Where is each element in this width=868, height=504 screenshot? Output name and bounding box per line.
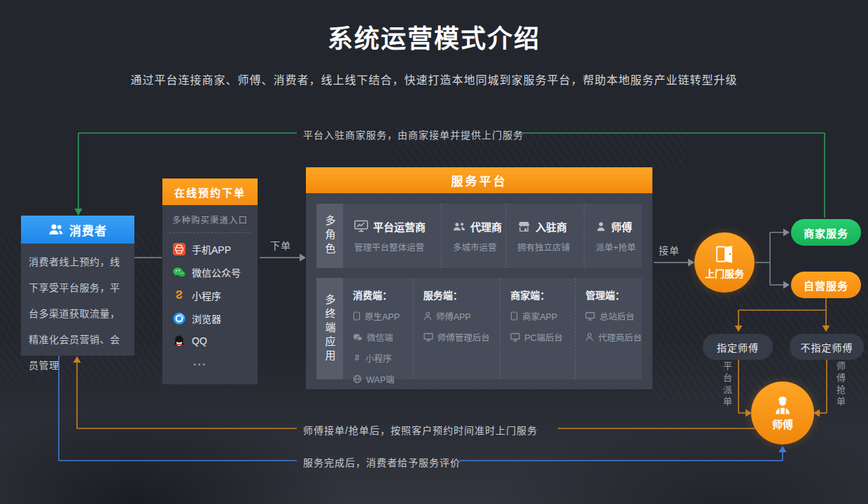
platform-dispatch-label: 平台派单: [720, 361, 734, 409]
role-desc: 派单+抢单: [596, 240, 642, 253]
monitor-chart-icon: [354, 220, 368, 232]
consumers-icon: [48, 223, 64, 236]
merchant-loop-label: 平台入驻商家服务，由商家接单并提供上门服务: [303, 127, 524, 141]
monitor-icon: [510, 332, 520, 342]
monitor-icon: [424, 332, 433, 342]
page-title: 系统运营模式介绍: [0, 18, 868, 55]
master-label: 师傅: [772, 416, 793, 431]
role-name: 平台运营商: [373, 219, 426, 234]
consumer-card-description: 消费者线上预约，线下享受平台服务，平台多渠道获取流量，精准化会员营销、会员管理: [21, 244, 134, 379]
role-desc: 多城市运营: [453, 240, 505, 253]
self-service-pill: 自营服务: [791, 272, 861, 298]
channel-item: 微信公众号: [173, 265, 258, 279]
terminal-item-label: PC端后台: [524, 330, 563, 344]
globe-icon: [353, 374, 362, 384]
terminals-panel: 多终端应用 消费端： 原生APP 微信端 小程序: [316, 278, 642, 379]
terminal-item: 师傅APP: [424, 309, 500, 323]
terminal-group: 消费端： 原生APP 微信端 小程序: [343, 278, 413, 379]
channel-item: QQ: [173, 335, 258, 347]
qq-icon: [173, 335, 186, 347]
dashed-divider: [169, 232, 251, 233]
terminal-item: 总站后台: [585, 309, 642, 323]
assign-master-pill: 指定师傅: [703, 334, 773, 360]
channel-item: 手机APP: [173, 242, 258, 256]
gray-arrowhead: [300, 254, 306, 262]
person-icon: [585, 332, 594, 342]
roles-panel: 多角色 平台运营商 管理平台整体运营: [316, 204, 642, 268]
terminal-item: WAP端: [353, 372, 413, 386]
miniprogram-gray-icon: [353, 354, 361, 363]
terminal-item: PC端后台: [510, 330, 575, 344]
terminal-item: 小程序: [353, 351, 413, 365]
terminal-item: 微信端: [353, 330, 413, 344]
channel-label: 小程序: [192, 288, 221, 302]
background-shadow: [0, 406, 350, 504]
platform-card: 服务平台 多角色 平台运营商 管理平台整体运营: [306, 167, 652, 389]
no-assign-master-pill: 不指定师傅: [790, 334, 864, 360]
terminal-item-label: WAP端: [366, 372, 395, 386]
terminal-group: 商家端： 商家APP PC端后台: [500, 278, 575, 379]
booking-card: 在线预约下单 多种购买渠道入口 手机APP 微信公: [162, 178, 258, 384]
terminal-item-label: 原生APP: [365, 309, 400, 323]
roles-panel-label: 多角色: [316, 204, 343, 268]
platform-card-header: 服务平台: [306, 167, 652, 193]
monitor-icon: [585, 312, 595, 321]
door-icon: [714, 245, 735, 264]
role-column: 师傅 派单+抢单: [584, 204, 642, 268]
terminal-item: 代理商后台: [585, 330, 642, 344]
page-subtitle: 通过平台连接商家、师傅、消费者，线上线下结合，快速打造本地同城到家服务平台，帮助…: [0, 71, 868, 88]
terminal-group: 服务端： 师傅APP 师傅管理后台: [413, 278, 500, 379]
terminal-item-label: 商家APP: [522, 309, 557, 323]
terminal-item-label: 师傅APP: [436, 309, 471, 323]
terminal-group-header: 商家端：: [510, 288, 575, 302]
accept-order-label: 接单: [659, 243, 680, 257]
role-column: 平台运营商 管理平台整体运营: [343, 204, 441, 268]
place-order-label: 下单: [270, 238, 291, 252]
role-desc: 拥有独立店铺: [517, 240, 584, 253]
role-column: 入驻商 拥有独立店铺: [505, 204, 584, 268]
role-name: 代理商: [470, 219, 502, 234]
door-service-node: 上门服务: [694, 232, 755, 293]
role-name: 入驻商: [536, 219, 567, 234]
terminal-item-label: 师傅管理后台: [438, 330, 490, 344]
terminal-item-label: 总站后台: [599, 309, 634, 323]
terminal-group-header: 消费端：: [353, 288, 413, 302]
booking-card-subtitle: 多种购买渠道入口: [162, 213, 258, 226]
green-arrowhead: [75, 209, 83, 216]
terminal-group: 管理端： 总站后台 代理商后台: [575, 278, 642, 379]
door-service-note-label: 师傅接单/抢单后，按照客户预约时间准时上门服务: [303, 423, 538, 437]
terminal-group-header: 管理端：: [585, 288, 642, 302]
consumer-card: 消费者 消费者线上预约，线下享受平台服务，平台多渠道获取流量，精准化会员营销、会…: [21, 216, 134, 356]
role-name: 师傅: [611, 219, 632, 234]
master-icon: [772, 395, 793, 414]
channel-label: 手机APP: [192, 242, 231, 256]
consumer-card-title: 消费者: [69, 221, 107, 239]
agents-group-icon: [453, 221, 465, 232]
consumer-card-header: 消费者: [21, 216, 134, 244]
gray-arrowhead: [688, 259, 694, 267]
phone-app-icon: [173, 243, 186, 255]
infographic-canvas: 系统运营模式介绍 通过平台连接商家、师傅、消费者，线上线下结合，快速打造本地同城…: [0, 0, 868, 504]
master-grab-label: 师傅抢单: [834, 361, 847, 409]
terminal-item: 原生APP: [353, 309, 413, 323]
channel-item: 浏览器: [173, 312, 258, 326]
terminal-item-label: 微信端: [367, 330, 393, 344]
terminal-item: 师傅管理后台: [424, 330, 500, 344]
browser-icon: [173, 312, 186, 325]
miniprogram-icon: [173, 289, 186, 302]
role-desc: 管理平台整体运营: [354, 240, 441, 253]
wechat-gray-icon: [353, 333, 363, 342]
gray-arrowhead: [783, 229, 790, 237]
door-service-label: 上门服务: [705, 266, 744, 280]
role-column: 代理商 多城市运营: [441, 204, 505, 268]
store-icon: [517, 220, 531, 232]
channel-label: 微信公众号: [192, 265, 241, 279]
booking-card-header: 在线预约下单: [162, 178, 258, 205]
terminal-item: 商家APP: [510, 309, 575, 323]
terminal-group-header: 服务端：: [424, 288, 500, 302]
phone-icon: [510, 312, 518, 321]
person-icon: [424, 312, 432, 321]
channel-item: 小程序: [173, 288, 258, 302]
channel-label: QQ: [192, 335, 207, 346]
terminals-panel-label: 多终端应用: [316, 278, 343, 379]
